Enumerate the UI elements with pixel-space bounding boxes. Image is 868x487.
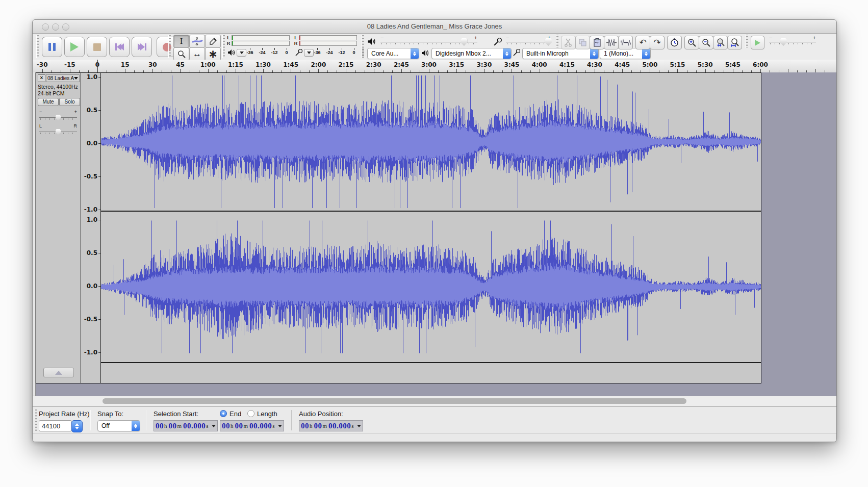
cut-icon [564, 38, 573, 47]
output-volume-slider[interactable]: − + [380, 38, 477, 46]
copy-button[interactable] [575, 36, 590, 49]
track-name-menu[interactable]: 08 Ladies A [46, 74, 80, 82]
audio-host-select[interactable]: Core Au... [367, 48, 419, 59]
ruler-label: 15 [121, 61, 130, 68]
play-speed-thumb[interactable] [780, 38, 787, 46]
mute-button[interactable]: Mute [38, 98, 59, 106]
recording-device-select[interactable]: Built-in Microph [522, 48, 599, 59]
ruler-tick [622, 69, 623, 72]
end-radio-label: End [229, 410, 241, 418]
end-radio[interactable] [220, 410, 227, 417]
ruler-label: 30 [148, 61, 157, 68]
device-toolbar-grip[interactable] [362, 48, 364, 58]
playhead-cursor[interactable] [97, 60, 98, 72]
solo-button[interactable]: Solo [59, 98, 80, 106]
window-title: 08 Ladies And Gentleman_ Miss Grace Jone… [33, 22, 836, 30]
zoom-tool-button[interactable] [173, 47, 189, 61]
ruler-tick [346, 69, 346, 72]
pan-slider[interactable]: L R [39, 128, 77, 135]
playback-meter-dropdown[interactable] [237, 49, 246, 57]
gain-slider[interactable]: − + [39, 114, 77, 121]
play-speed-slider[interactable]: − + [769, 38, 816, 46]
pause-button[interactable] [42, 37, 62, 57]
timefield-dropdown-icon[interactable] [212, 425, 216, 427]
timeline-ruler[interactable]: -30-1501530451:001:151:301:452:002:152:3… [33, 60, 836, 73]
horizontal-scrollbar[interactable] [33, 396, 836, 407]
recording-meter[interactable]: L R -36-24-120 [294, 35, 358, 58]
waveform-channel-right[interactable] [101, 212, 761, 362]
track-format-line2: 24-bit PCM [38, 90, 65, 96]
waveform-channel-left[interactable] [101, 73, 761, 211]
draw-tool-button[interactable] [205, 35, 221, 48]
ruler-label: 5:30 [698, 61, 713, 68]
ruler-tick [512, 69, 512, 72]
amplitude-tick [98, 77, 100, 78]
stop-button[interactable] [87, 37, 107, 57]
amplitude-tick [98, 176, 100, 177]
ruler-label: 5:45 [725, 61, 741, 68]
selection-tool-button[interactable]: I [173, 35, 189, 48]
snap-to-select[interactable]: Off [97, 420, 140, 431]
zoom-in-button[interactable] [684, 36, 699, 49]
ruler-tick [733, 69, 733, 72]
transcription-toolbar-grip[interactable] [746, 35, 748, 48]
audio-position-label: Audio Position: [299, 410, 343, 418]
vertical-scale-ruler[interactable]: 1.00.50.0-0.5-1.01.00.50.0-0.5-1.0 [81, 73, 101, 383]
input-volume-slider[interactable]: − + [506, 38, 551, 46]
envelope-tool-button[interactable] [189, 35, 205, 48]
track-bottom-divider[interactable] [101, 362, 761, 363]
playback-meter[interactable]: L R -36-24-120 [226, 35, 291, 58]
meter-scale-label: -36 [246, 50, 253, 55]
track-collapse-button[interactable] [43, 368, 74, 377]
zoom-out-button[interactable] [699, 36, 713, 49]
recording-channels-select[interactable]: 1 (Mono)... [600, 48, 651, 59]
output-volume-thumb[interactable] [461, 38, 467, 46]
selection-start-field[interactable]: 00h00m00.000s [154, 420, 218, 431]
sync-lock-button[interactable] [667, 36, 682, 49]
transport-toolbar-grip[interactable] [36, 35, 39, 58]
fit-project-button[interactable] [727, 36, 742, 49]
selection-toolbar-grip[interactable] [35, 409, 37, 431]
paste-button[interactable] [590, 36, 604, 49]
timefield-dropdown-icon[interactable] [278, 425, 282, 427]
timefield-dropdown-icon[interactable] [357, 425, 361, 427]
fit-selection-button[interactable] [713, 36, 728, 49]
amplitude-tick [98, 143, 100, 144]
amplitude-label: 0.0 [87, 140, 97, 147]
track-close-button[interactable]: × [38, 74, 45, 82]
selection-end-field[interactable]: 00h00m00.000s [220, 420, 284, 431]
ruler-label: 2:00 [311, 61, 326, 68]
project-rate-stepper[interactable] [71, 420, 83, 432]
amplitude-label: 0.5 [87, 107, 97, 114]
redo-button[interactable]: ↷ [650, 36, 665, 49]
ruler-tick [42, 69, 43, 72]
audio-position-field[interactable]: 00h00m00.000s [299, 420, 363, 431]
project-rate-input[interactable]: 44100 [39, 420, 72, 431]
horizontal-scrollbar-thumb[interactable] [103, 398, 686, 404]
multi-tool-button[interactable]: ∗ [205, 47, 221, 61]
play-at-speed-button[interactable] [751, 36, 764, 49]
length-radio[interactable] [247, 410, 254, 417]
skip-to-end-button[interactable] [132, 37, 152, 57]
meter-toolbar-grip[interactable] [222, 35, 225, 58]
ruler-tick [374, 69, 374, 72]
input-volume-thumb[interactable] [545, 38, 552, 46]
title-bar[interactable]: 08 Ladies And Gentleman_ Miss Grace Jone… [33, 20, 836, 34]
tools-toolbar-grip[interactable] [168, 35, 171, 58]
trim-outside-selection-button[interactable] [604, 36, 619, 49]
gain-max-label: + [74, 109, 77, 114]
recording-meter-dropdown[interactable] [304, 49, 314, 57]
edit-toolbar-grip[interactable] [556, 35, 558, 48]
playback-device-select[interactable]: Digidesign Mbox 2... [431, 48, 512, 59]
gain-thumb[interactable] [56, 115, 61, 121]
pan-thumb[interactable] [56, 129, 61, 135]
play-button[interactable] [64, 37, 85, 57]
skip-to-start-button[interactable] [109, 37, 130, 57]
silence-selection-button[interactable] [618, 36, 633, 49]
time-shift-tool-button[interactable]: ↔ [189, 47, 205, 61]
playback-device-icon [421, 49, 429, 57]
length-radio-label: Length [257, 410, 277, 418]
undo-button[interactable]: ↶ [635, 36, 650, 49]
cut-button[interactable] [561, 36, 576, 49]
time-shift-tool-icon: ↔ [193, 49, 201, 59]
